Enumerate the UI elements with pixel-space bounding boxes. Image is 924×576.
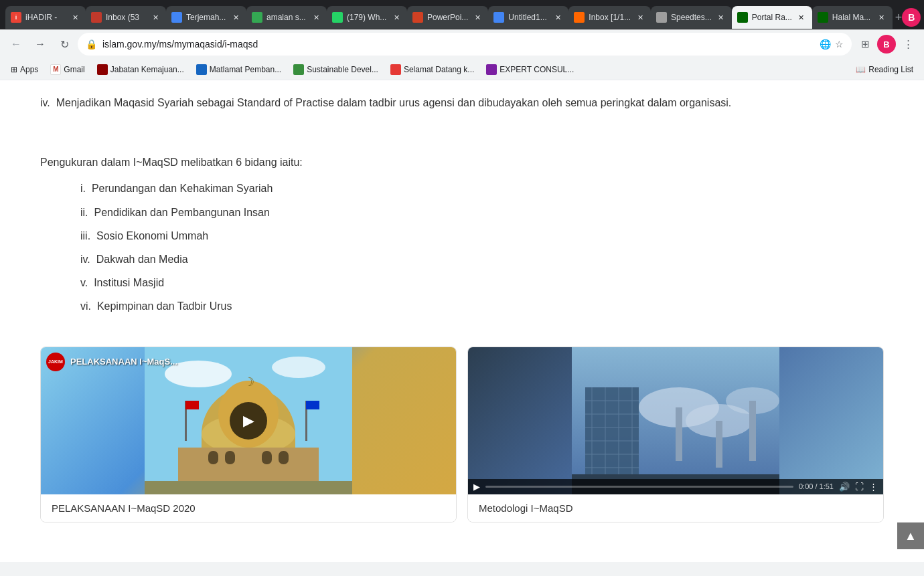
svg-rect-11: [306, 401, 319, 409]
tab-inbox[interactable]: Inbox (53 ✕: [86, 6, 166, 29]
svg-rect-15: [262, 451, 272, 464]
tab-close-inbox2[interactable]: ✕: [635, 12, 645, 23]
numeral-i: i.: [80, 183, 86, 194]
svg-rect-34: [716, 421, 722, 468]
scroll-to-top-button[interactable]: ▲: [897, 522, 924, 549]
bookmark-star-icon[interactable]: ☆: [835, 39, 844, 50]
list-text-i: Perundangan dan Kehakiman Syariah: [92, 183, 273, 194]
gmail-favicon: M: [50, 64, 61, 75]
bm-expert[interactable]: EXPERT CONSUL...: [481, 62, 579, 78]
tab-whatsapp[interactable]: (179) Wh... ✕: [327, 6, 407, 29]
refresh-button[interactable]: ↻: [54, 33, 75, 55]
bm-apps[interactable]: ⊞ Apps: [5, 62, 44, 78]
video-time-2: 0:00 / 1:51: [799, 482, 834, 490]
tab-halal[interactable]: Halal Ma... ✕: [812, 6, 893, 29]
list-item-iii: iii. Sosio Ekonomi Ummah: [80, 227, 884, 245]
bm-gmail[interactable]: M Gmail: [45, 62, 90, 78]
tab-title-ihadir: iHADIR -: [25, 13, 66, 22]
tab-inbox2[interactable]: Inbox [1/1... ✕: [568, 6, 651, 29]
list-item-vi: vi. Kepimpinan dan Tadbir Urus: [80, 297, 884, 315]
video-thumbnail-2: ▶ 0:00 / 1:51 🔊 ⛶ ⋮: [468, 347, 883, 494]
video-fullscreen-icon-2[interactable]: ⛶: [855, 482, 864, 492]
play-button-1[interactable]: ▶: [230, 402, 267, 440]
tab-end-icons: B ⋮: [902, 8, 924, 27]
back-button[interactable]: ←: [5, 33, 27, 55]
tab-favicon-terjemah: [171, 12, 182, 23]
lock-icon: 🔒: [86, 39, 97, 50]
tab-close-powerpoint[interactable]: ✕: [472, 12, 483, 23]
tab-close-halal[interactable]: ✕: [876, 12, 887, 23]
bm-sustainable-label: Sustainable Devel...: [307, 65, 378, 74]
tab-terjemah[interactable]: Terjemah... ✕: [166, 6, 246, 29]
tab-favicon-halal: [818, 12, 828, 23]
list-item-v: v. Institusi Masjid: [80, 274, 884, 292]
intro-roman-iv: iv.: [40, 97, 50, 108]
profile-avatar[interactable]: B: [902, 8, 921, 27]
tab-favicon-powerpoint: [412, 12, 423, 23]
svg-rect-17: [145, 481, 352, 494]
address-bar: ← → ↻ 🔒 islam.gov.my/ms/mymaqasid/i-maqs…: [0, 29, 924, 59]
tab-close-untitled[interactable]: ✕: [552, 12, 563, 23]
tab-close-terjemah[interactable]: ✕: [230, 12, 241, 23]
tab-close-portal[interactable]: ✕: [796, 12, 807, 23]
url-bar[interactable]: 🔒 islam.gov.my/ms/mymaqasid/i-maqsd 🌐 ☆: [78, 33, 852, 56]
video-progress-2[interactable]: [485, 486, 793, 488]
address-bar-right: ⊞ B ⋮: [854, 33, 919, 55]
numeral-ii: ii.: [80, 207, 88, 218]
bm-jabatan[interactable]: Jabatan Kemajuan...: [92, 62, 189, 78]
building-svg: [468, 347, 883, 494]
video-logo-1: JAKIM: [46, 353, 65, 371]
list-text-iii: Sosio Ekonomi Ummah: [96, 230, 208, 242]
matlamat-favicon: [196, 64, 207, 75]
extensions-icon[interactable]: ⊞: [854, 33, 876, 55]
new-tab-button[interactable]: +: [895, 8, 903, 27]
intro-text-iv: iv. Menjadikan Maqasid Syariah sebagai S…: [40, 94, 884, 112]
translate-icon[interactable]: 🌐: [820, 39, 831, 50]
apps-grid-icon: ⊞: [11, 65, 17, 74]
bookmarks-bar: ⊞ Apps M Gmail Jabatan Kemajuan... Matla…: [0, 59, 924, 80]
tab-close-whatsapp[interactable]: ✕: [391, 12, 402, 23]
page-content-wrapper: iv. Menjadikan Maqasid Syariah sebagai S…: [0, 80, 924, 562]
expert-favicon: [486, 64, 497, 75]
tab-untitled[interactable]: Untitled1... ✕: [488, 6, 568, 29]
bm-matlamat[interactable]: Matlamat Pemban...: [191, 62, 287, 78]
tab-title-inbox: Inbox (53: [106, 13, 146, 22]
svg-rect-14: [225, 451, 235, 464]
section-heading: Pengukuran dalam I~MaqSD melibatkan 6 bi…: [40, 153, 884, 171]
reading-list-button[interactable]: 📖 Reading List: [850, 65, 919, 74]
bm-expert-label: EXPERT CONSUL...: [499, 65, 574, 74]
forward-button[interactable]: →: [29, 33, 51, 55]
tab-portal[interactable]: Portal Ra... ✕: [732, 6, 812, 29]
tab-favicon-whatsapp: [332, 12, 343, 23]
video-card-2[interactable]: ▶ 0:00 / 1:51 🔊 ⛶ ⋮ Metodologi I~MaqSD: [467, 347, 884, 522]
bm-sustainable[interactable]: Sustainable Devel...: [288, 62, 384, 78]
intro-body-iv: Menjadikan Maqasid Syariah sebagai Stand…: [56, 97, 732, 108]
svg-text:☽: ☽: [244, 375, 254, 389]
tab-amalan[interactable]: amalan s... ✕: [246, 6, 327, 29]
intro-item-iv: iv. Menjadikan Maqasid Syariah sebagai S…: [40, 94, 884, 122]
svg-rect-13: [208, 451, 218, 464]
bm-selamat[interactable]: Selamat Datang k...: [385, 62, 479, 78]
tab-powerpoint[interactable]: PowerPoi... ✕: [407, 6, 488, 29]
video-thumbnail-1: ☽: [41, 347, 456, 494]
tab-speedtest[interactable]: Speedtes... ✕: [651, 6, 732, 29]
video-card-1[interactable]: ☽: [40, 347, 457, 522]
list-item-iv: iv. Dakwah dan Media: [80, 250, 884, 268]
page-content: iv. Menjadikan Maqasid Syariah sebagai S…: [0, 80, 924, 562]
svg-rect-16: [279, 451, 289, 464]
tab-close-inbox[interactable]: ✕: [150, 12, 161, 23]
tab-ihadir[interactable]: i iHADIR - ✕: [5, 6, 86, 29]
tab-title-speedtest: Speedtes...: [671, 13, 712, 22]
video-mute-icon-2[interactable]: 🔊: [839, 482, 850, 492]
sustainable-favicon: [293, 64, 304, 75]
more-options-button[interactable]: ⋮: [897, 33, 919, 55]
tab-favicon-untitled: [493, 12, 504, 23]
video-more-icon-2[interactable]: ⋮: [869, 482, 878, 492]
tab-close-amalan[interactable]: ✕: [311, 12, 321, 23]
video-play-icon-2[interactable]: ▶: [473, 482, 480, 492]
profile-button[interactable]: B: [877, 35, 896, 54]
tab-close-speedtest[interactable]: ✕: [716, 12, 726, 23]
tab-close-ihadir[interactable]: ✕: [70, 12, 80, 23]
video-section: ☽: [40, 347, 884, 522]
video-overlay-title-1: PELAKSANAAN I~MaqS...: [70, 357, 177, 367]
